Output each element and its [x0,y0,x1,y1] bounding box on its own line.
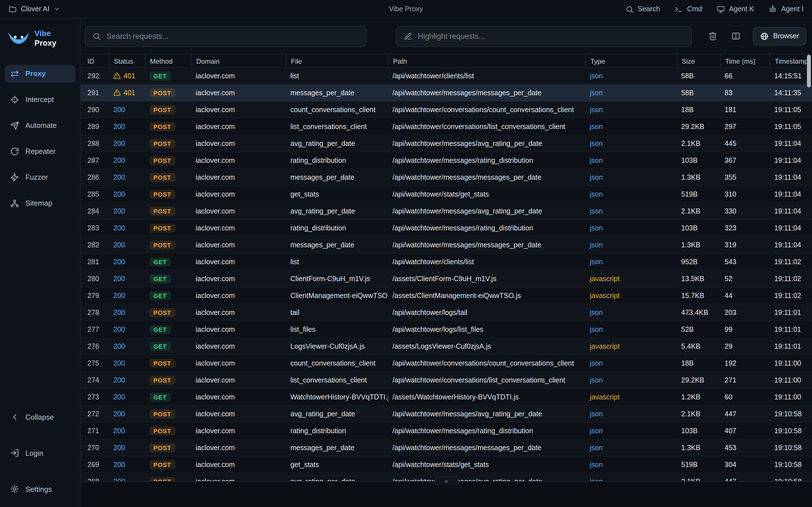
request-row[interactable]: 280200GETiaclover.comClientForm-C9uH_m1V… [81,270,812,287]
cell-domain: iaclover.com [191,224,286,232]
panel-drag-handle[interactable] [435,476,458,485]
cell-timestamp: 19:11:02 [770,275,808,283]
cell-size: 5.4KB [677,342,720,350]
topbar: Clover AI Vibe Proxy SearchCmdAgent KAge… [0,0,812,18]
cell-status: 200 [109,258,145,266]
cell-domain: iaclover.com [191,241,286,249]
sidebar-item-settings[interactable]: Settings [4,480,75,498]
cell-size: 103B [677,224,720,232]
request-row[interactable]: 279200GETiaclover.comClientManagement-ei… [81,287,812,304]
highlight-requests-field[interactable] [396,25,692,47]
cell-status: 200 [109,224,145,232]
cell-size: 58B [677,89,720,97]
column-settings-button[interactable] [726,27,745,45]
table-body: 292401GETiaclover.comlist/api/watchtower… [81,68,812,481]
cell-status: 200 [109,393,145,401]
cell-status: 200 [109,291,145,299]
search-requests-field[interactable] [85,25,366,47]
browser-button[interactable]: Browser [753,27,806,45]
column-header-timestamp[interactable]: Timestamp [770,54,808,68]
column-header-file[interactable]: File [286,54,388,68]
search-requests-input[interactable] [107,32,359,40]
cell-size: 2.1KB [677,207,720,215]
request-row[interactable]: 276200GETiaclover.comLogsViewer-Cuf0zjsA… [81,338,812,355]
request-row[interactable]: 271200POSTiaclover.comrating_distributio… [81,422,812,439]
request-row[interactable]: 281200GETiaclover.comlist/api/watchtower… [81,253,812,270]
column-header-method[interactable]: Method [145,54,191,68]
cell-type: json [585,359,677,367]
column-header-time-ms[interactable]: Time (ms) [720,54,770,68]
topbar-action-agent-k[interactable]: Agent K [717,5,754,13]
request-row[interactable]: 272200POSTiaclover.comavg_rating_per_dat… [81,406,812,422]
request-row[interactable]: 283200POSTiaclover.comrating_distributio… [81,220,812,237]
topbar-action-search[interactable]: Search [625,5,660,13]
cell-time: 453 [720,444,770,452]
request-row[interactable]: 292401GETiaclover.comlist/api/watchtower… [81,68,812,84]
request-row[interactable]: 290200POSTiaclover.comcount_conversation… [81,101,812,118]
warning-icon [113,72,121,79]
terminal-icon [675,5,683,13]
cell-size: 473.4KB [677,308,720,316]
cell-method: POST [145,308,191,317]
request-row[interactable]: 269200POSTiaclover.comget_stats/api/watc… [81,456,812,473]
request-row[interactable]: 285200POSTiaclover.comget_stats/api/watc… [81,186,812,203]
highlight-requests-input[interactable] [418,32,684,40]
cell-domain: iaclover.com [191,72,286,80]
sidebar-item-sitemap[interactable]: Sitemap [4,194,75,212]
sidebar-item-fuzzer[interactable]: Fuzzer [4,168,75,186]
cell-size: 29.2KB [677,376,720,384]
request-row[interactable]: 288200POSTiaclover.comavg_rating_per_dat… [81,135,812,152]
column-header-id[interactable]: ID [83,54,109,68]
cell-type: json [585,106,677,114]
cell-size: 103B [677,156,720,164]
request-row[interactable]: 275200POSTiaclover.comcount_conversation… [81,355,812,372]
request-row[interactable]: 274200POSTiaclover.comlist_conversations… [81,372,812,389]
topbar-action-agent-i[interactable]: Agent I [769,5,804,13]
scrollbar-thumb[interactable] [807,55,811,87]
cell-path: /api/watchtower/messages/messages_per_da… [388,241,585,249]
cell-file: rating_distribution [286,156,388,164]
request-row[interactable]: 287200POSTiaclover.comrating_distributio… [81,152,812,169]
sidebar-item-repeater[interactable]: Repeater [4,142,75,160]
cell-size: 952B [677,258,720,266]
column-header-path[interactable]: Path [388,54,585,68]
cell-domain: iaclover.com [191,275,286,283]
vertical-scrollbar[interactable] [807,54,811,480]
cell-type: json [585,376,677,384]
cell-timestamp: 19:11:01 [770,325,808,333]
sidebar-item-login[interactable]: Login [4,444,75,462]
cell-type: json [585,325,677,333]
cell-path: /api/watchtower/logs/list_files [388,325,585,333]
window-title: Vibe Proxy [389,5,423,13]
request-row[interactable]: 282200POSTiaclover.commessages_per_date/… [81,237,812,253]
column-header-size[interactable]: Size [677,54,720,68]
topbar-action-cmd[interactable]: Cmd [675,5,702,13]
request-row[interactable]: 277200GETiaclover.comlist_files/api/watc… [81,321,812,338]
column-header-type[interactable]: Type [585,54,677,68]
cell-id: 291 [83,89,109,97]
sidebar-item-proxy[interactable]: Proxy [4,64,75,82]
cell-path: /api/watchtower/messages/messages_per_da… [388,173,585,181]
sidebar-item-collapse[interactable]: Collapse [4,408,75,426]
workspace-switcher[interactable]: Clover AI [8,5,60,13]
sidebar-item-label: Fuzzer [26,173,48,181]
cell-path: /api/watchtower/messages/messages_per_da… [388,444,585,452]
column-header-status[interactable]: Status [109,54,145,68]
request-row[interactable]: 291401POSTiaclover.commessages_per_date/… [81,84,812,101]
request-row[interactable]: 286200POSTiaclover.commessages_per_date/… [81,169,812,186]
response-panel-collapsed [81,481,812,507]
sidebar-item-intercept[interactable]: Intercept [4,91,75,108]
clear-requests-button[interactable] [703,27,722,45]
cell-id: 277 [83,325,109,333]
sidebar-item-automate[interactable]: Automate [4,116,75,134]
column-header-domain[interactable]: Domain [191,54,286,68]
request-row[interactable]: 278200POSTiaclover.comtail/api/watchtowe… [81,304,812,321]
cell-path: /api/watchtower/messages/avg_rating_per_… [388,139,585,147]
request-row[interactable]: 270200POSTiaclover.commessages_per_date/… [81,439,812,456]
request-row[interactable]: 284200POSTiaclover.comavg_rating_per_dat… [81,203,812,220]
cell-file: list [286,72,388,80]
sidebar-nav: ProxyInterceptAutomateRepeaterFuzzerSite… [4,64,75,220]
cell-size: 2.1KB [677,477,720,481]
request-row[interactable]: 289200POSTiaclover.comlist_conversations… [81,118,812,135]
request-row[interactable]: 273200GETiaclover.comWatchtowerHistory-B… [81,389,812,406]
